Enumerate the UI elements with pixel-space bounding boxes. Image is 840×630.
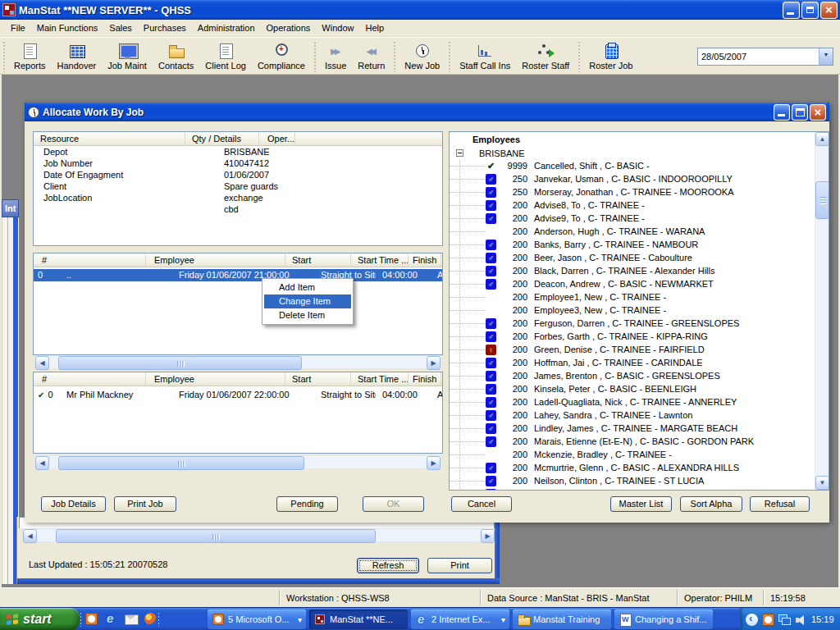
tree-item[interactable]: 200 Mckenzie, Bradley , C- TRAINEE - xyxy=(450,448,815,461)
resource-row[interactable]: Client Spare guards xyxy=(34,180,442,192)
context-menu-item[interactable]: Delete Item xyxy=(264,308,351,322)
start-button[interactable]: start xyxy=(0,608,80,630)
tree-item[interactable]: 200 Hoffman, Jai , C- TRAINEE - CARINDAL… xyxy=(450,356,815,369)
menu-item[interactable]: Sales xyxy=(103,21,138,34)
minimize-button[interactable] xyxy=(783,2,800,19)
pending-button[interactable]: Pending xyxy=(276,496,338,512)
tree-item[interactable]: 200 xyxy=(450,487,815,490)
toolbar-button[interactable]: Issue xyxy=(319,39,352,72)
taskbar-task-button[interactable]: Changing a Shif... xyxy=(614,609,713,629)
column-header[interactable]: Start xyxy=(285,253,351,267)
tree-item[interactable]: 200 Deacon, Andrew , C- BASIC - NEWMARKE… xyxy=(450,277,815,290)
collapse-icon[interactable] xyxy=(456,149,463,157)
print-job-button[interactable]: Print Job xyxy=(114,496,176,512)
scroll-right-icon[interactable] xyxy=(427,356,441,370)
allocated-assignment-row[interactable]: 0 Mr Phil Mackney Friday 01/06/2007 22:0… xyxy=(34,389,442,401)
tree-item[interactable]: 200 Forbes, Garth , C- TRAINEE - KIPPA-R… xyxy=(450,330,815,343)
tree-item[interactable]: 9999 Cancelled, Shift , C- BASIC - xyxy=(450,159,815,172)
context-menu-item[interactable]: Change Item xyxy=(264,294,351,308)
menu-item[interactable]: Administration xyxy=(192,21,261,34)
print-button[interactable]: Print xyxy=(427,558,492,573)
toolbar-button[interactable]: Staff Call Ins xyxy=(454,39,516,72)
close-button[interactable] xyxy=(820,2,838,19)
menu-item[interactable]: Purchases xyxy=(138,21,192,34)
ql-mail-icon[interactable] xyxy=(124,612,138,626)
tree-item[interactable]: 200 Banks, Barry , C- TRAINEE - NAMBOUR xyxy=(450,238,815,251)
tree-item[interactable]: 200 Ferguson, Darren , C- TRAINEE - GREE… xyxy=(450,317,815,330)
menu-item[interactable]: File xyxy=(5,21,31,34)
dialog-titlebar[interactable]: Allocate Work By Job xyxy=(25,103,829,121)
scrollbar-thumb[interactable] xyxy=(815,181,829,219)
resource-row[interactable]: cbd xyxy=(34,203,442,215)
dialog-maximize-button[interactable] xyxy=(792,104,808,121)
menu-item[interactable]: Main Functions xyxy=(31,21,104,34)
toolbar-grip[interactable] xyxy=(578,41,582,72)
master-list-button[interactable]: Master List xyxy=(610,496,672,512)
column-header[interactable]: # xyxy=(34,372,146,386)
menu-item[interactable]: Help xyxy=(359,21,390,34)
tree-item[interactable]: 250 Janvekar, Usman , C- BASIC - INDOORO… xyxy=(450,172,815,185)
column-header[interactable]: Start Time ... xyxy=(351,372,409,386)
scroll-left-icon[interactable] xyxy=(23,529,37,543)
column-header[interactable]: Finish xyxy=(409,372,441,386)
menu-item[interactable]: Operations xyxy=(261,21,317,34)
toolbar-button[interactable]: Handover xyxy=(52,39,103,72)
column-header[interactable]: Start xyxy=(285,372,351,386)
toolbar-button[interactable]: Compliance xyxy=(252,39,311,72)
tree-item[interactable]: 200 Black, Darren , C- TRAINEE - Alexand… xyxy=(450,264,815,277)
pending-assignment-row[interactable]: 0 .. Friday 01/06/2007 21:00:00 Straight… xyxy=(34,269,442,281)
tree-item[interactable]: 200 Ladell-Quagliata, Nick , C- TRAINEE … xyxy=(450,395,815,409)
menu-item[interactable]: Window xyxy=(316,21,359,34)
toolbar-button[interactable]: Roster Job xyxy=(583,39,638,72)
background-window-tab[interactable]: Int xyxy=(2,199,19,217)
column-header[interactable]: L xyxy=(441,372,443,386)
tray-network-icon[interactable] xyxy=(778,614,791,626)
job-details-button[interactable]: Job Details xyxy=(41,496,106,512)
allocated-horizontal-scrollbar[interactable] xyxy=(34,455,441,469)
ql-clock-icon[interactable] xyxy=(84,612,98,626)
scrollbar-thumb[interactable] xyxy=(58,456,304,470)
resource-row[interactable]: JobLocation exchange xyxy=(34,192,442,203)
resource-row[interactable]: Depot BRISBANE xyxy=(34,146,442,158)
scroll-down-icon[interactable] xyxy=(815,476,829,490)
column-header[interactable]: Qty / Details xyxy=(185,132,259,145)
resource-row[interactable]: Job Number 410047412 xyxy=(34,158,442,169)
column-header[interactable]: Start Time ... xyxy=(351,253,409,267)
column-header[interactable]: Oper... xyxy=(259,132,295,145)
toolbar-grip[interactable] xyxy=(313,41,317,72)
taskbar-task-button[interactable]: ManStat **NE... xyxy=(309,609,408,629)
tree-item[interactable]: 200 Kinsela, Peter , C- BASIC - BEENLEIG… xyxy=(450,382,815,395)
date-dropdown-button[interactable] xyxy=(819,48,833,65)
tree-item[interactable]: 200 James, Brenton , C- BASIC - GREENSLO… xyxy=(450,369,815,382)
dialog-minimize-button[interactable] xyxy=(774,104,790,121)
scroll-left-icon[interactable] xyxy=(35,456,49,470)
tree-item[interactable]: 200 Advise9, To , C- TRAINEE - xyxy=(450,212,815,225)
toolbar-button[interactable]: Return xyxy=(352,39,390,72)
tree-item[interactable]: 200 Neilson, Clinton , C- TRAINEE - ST L… xyxy=(450,474,815,487)
date-combobox[interactable] xyxy=(697,48,833,66)
toolbar-button[interactable]: New Job xyxy=(399,39,445,72)
tree-item[interactable]: 200 Beer, Jason , C- TRAINEE - Caboultur… xyxy=(450,251,815,264)
scrollbar-thumb[interactable] xyxy=(56,529,376,543)
tree-item[interactable]: 200 Lindley, James , C- TRAINEE - MARGAT… xyxy=(450,422,815,435)
taskbar-grip[interactable] xyxy=(80,612,82,627)
tray-clock-icon[interactable] xyxy=(762,614,774,626)
scroll-up-icon[interactable] xyxy=(815,132,829,146)
toolbar-button[interactable]: Roster Staff xyxy=(516,39,575,72)
restore-button[interactable] xyxy=(801,2,819,19)
ql-ie-icon[interactable] xyxy=(104,612,118,626)
taskbar-grip[interactable] xyxy=(158,612,160,627)
scroll-right-icon[interactable] xyxy=(481,529,495,543)
dialog-close-button[interactable] xyxy=(810,104,826,121)
taskbar-task-button[interactable]: Manstat Training xyxy=(513,609,611,629)
tree-item[interactable]: 200 Marais, Etienne (Et-E-N) , C- BASIC … xyxy=(450,435,815,448)
toolbar-grip[interactable] xyxy=(448,41,452,72)
date-input[interactable] xyxy=(698,48,819,65)
refusal-button[interactable]: Refusal xyxy=(750,496,810,512)
tree-item[interactable]: 200 Advise8, To , C- TRAINEE - xyxy=(450,199,815,212)
context-menu-item[interactable]: Add Item xyxy=(264,281,351,294)
tree-item[interactable]: 200 Lahey, Sandra , C- TRAINEE - Lawnton xyxy=(450,409,815,422)
tree-item[interactable]: 200 Mcmurtrie, Glenn , C- BASIC - ALEXAN… xyxy=(450,461,815,474)
tree-item[interactable]: 200 Employee3, New , C- TRAINEE - xyxy=(450,304,815,317)
scroll-right-icon[interactable] xyxy=(427,456,441,470)
